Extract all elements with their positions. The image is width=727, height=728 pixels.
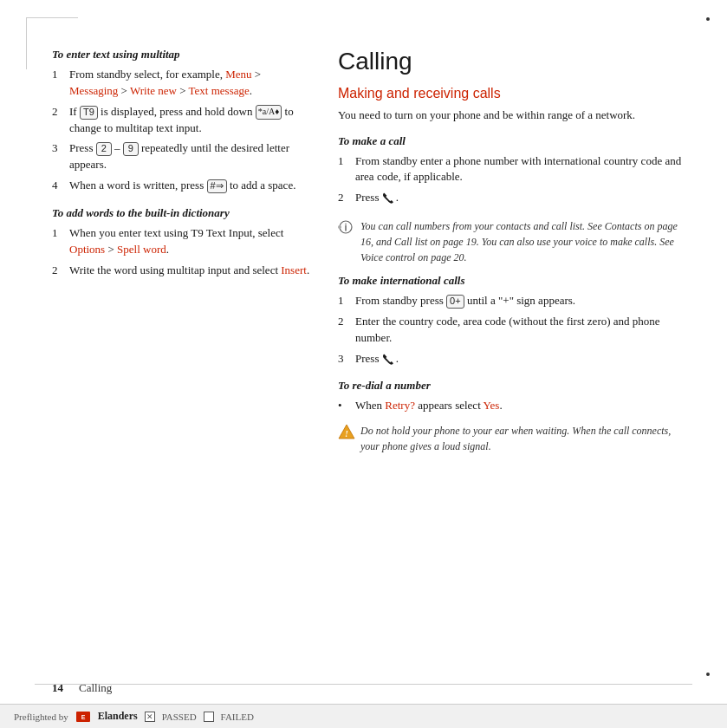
- content-area: To enter text using multitap 1 From stan…: [52, 48, 692, 659]
- key-9: 9: [123, 142, 139, 156]
- warning-icon: !: [338, 424, 354, 439]
- multitap-steps: 1 From standby select, for example, Menu…: [52, 67, 312, 194]
- zero-plus-key: 0+: [446, 295, 464, 309]
- hash-key: #⇒: [207, 179, 227, 193]
- svg-point-3: [338, 225, 341, 229]
- make-call-heading: To make a call: [338, 134, 692, 148]
- failed-checkbox: [204, 712, 214, 722]
- call-icon: [382, 192, 396, 205]
- preflight-label: Preflighted by: [14, 712, 68, 722]
- dict-step-2: 2 Write the word using multitap input an…: [52, 263, 312, 279]
- footer-divider: [35, 684, 692, 685]
- elanders-logo-icon: E: [75, 711, 91, 723]
- section-heading-making-calls: Making and receiving calls: [338, 86, 692, 101]
- warning-box: ! Do not hold your phone to your ear whe…: [338, 423, 692, 454]
- page-chapter-label: Calling: [79, 681, 112, 695]
- menu-link[interactable]: Menu: [225, 68, 251, 81]
- dict-step-1: 1 When you enter text using T9 Text Inpu…: [52, 225, 312, 258]
- tip-box: You can call numbers from your contacts …: [338, 218, 692, 265]
- failed-label: FAILED: [221, 712, 254, 722]
- intl-step-2: 2 Enter the country code, area code (wit…: [338, 314, 692, 347]
- svg-text:E: E: [81, 714, 85, 720]
- redial-item: • When Retry? appears select Yes.: [338, 398, 692, 414]
- key-2: 2: [96, 142, 112, 156]
- intl-call-steps: 1 From standby press 0+ until a "+" sign…: [338, 293, 692, 367]
- page-number-area: 14 Calling: [52, 681, 112, 695]
- redial-list: • When Retry? appears select Yes.: [338, 398, 692, 414]
- tip-text: You can call numbers from your contacts …: [360, 218, 692, 265]
- step-4: 4 When a word is written, press #⇒ to ad…: [52, 178, 312, 194]
- insert-link[interactable]: Insert: [281, 263, 307, 276]
- svg-point-1: [345, 224, 347, 225]
- bottom-right-dot: [706, 673, 710, 676]
- text-message-link[interactable]: Text message: [189, 84, 250, 97]
- yes-link[interactable]: Yes: [484, 399, 500, 412]
- intro-text: You need to turn on your phone and be wi…: [338, 107, 692, 124]
- make-call-steps: 1 From standby enter a phone number with…: [338, 153, 692, 207]
- spell-word-link[interactable]: Spell word: [117, 243, 166, 256]
- top-right-dot: [706, 17, 710, 21]
- svg-text:!: !: [345, 429, 348, 439]
- chapter-title: Calling: [338, 48, 692, 75]
- page-number: 14: [52, 681, 63, 695]
- tip-icon: [338, 219, 354, 235]
- intl-step-3: 3 Press .: [338, 351, 692, 367]
- options-link[interactable]: Options: [69, 243, 105, 256]
- step-2: 2 If T9 is displayed, press and hold dow…: [52, 104, 312, 137]
- right-column: Calling Making and receiving calls You n…: [338, 48, 692, 659]
- t9-key: T9: [80, 106, 98, 120]
- messaging-link[interactable]: Messaging: [69, 84, 118, 97]
- multitap-heading: To enter text using multitap: [52, 48, 312, 62]
- step-3: 3 Press 2 – 9 repeatedly until the desir…: [52, 140, 312, 173]
- warning-text: Do not hold your phone to your ear when …: [360, 423, 692, 454]
- dictionary-heading: To add words to the built-in dictionary: [52, 206, 312, 220]
- intl-calls-heading: To make international calls: [338, 274, 692, 288]
- passed-checkbox: ✕: [145, 712, 155, 722]
- page: To enter text using multitap 1 From stan…: [0, 0, 727, 728]
- redial-heading: To re-dial a number: [338, 379, 692, 393]
- make-call-step-2: 2 Press .: [338, 190, 692, 206]
- elanders-name: Elanders: [98, 710, 138, 723]
- make-call-step-1: 1 From standby enter a phone number with…: [338, 153, 692, 186]
- intl-step-1: 1 From standby press 0+ until a "+" sign…: [338, 293, 692, 309]
- write-new-link[interactable]: Write new: [130, 84, 177, 97]
- left-column: To enter text using multitap 1 From stan…: [52, 48, 312, 659]
- dictionary-steps: 1 When you enter text using T9 Text Inpu…: [52, 225, 312, 279]
- passed-label: PASSED: [162, 712, 197, 722]
- retry-link[interactable]: Retry?: [385, 399, 415, 412]
- call-icon-2: [382, 354, 396, 366]
- star-key: *a/A♦: [256, 105, 282, 120]
- footer-bar: Preflighted by E Elanders ✕ PASSED FAILE…: [0, 704, 727, 728]
- step-1: 1 From standby select, for example, Menu…: [52, 67, 312, 100]
